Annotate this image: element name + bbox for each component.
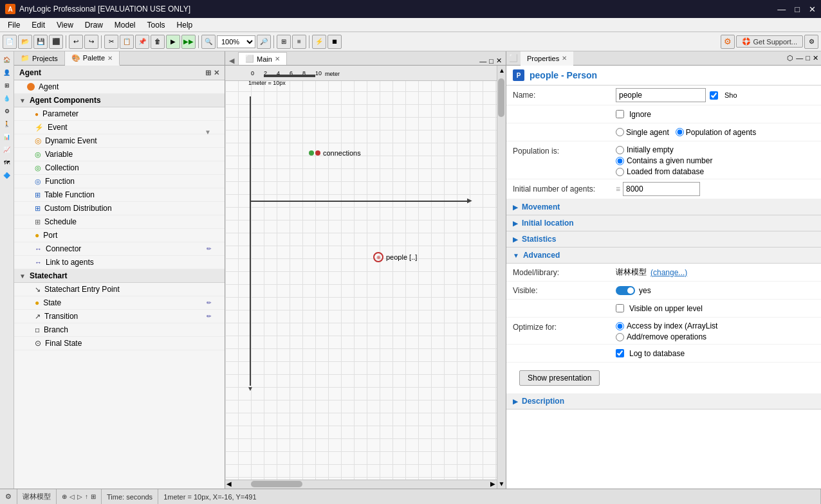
section-movement[interactable]: ▶ Movement [506, 199, 821, 215]
new-button[interactable]: 📄 [3, 35, 17, 49]
canvas-close-icon[interactable]: ✕ [496, 57, 502, 65]
section-initial-location[interactable]: ▶ Initial location [506, 215, 821, 231]
stop-button[interactable]: ⏹ [327, 35, 342, 49]
palette-item-final-state[interactable]: ⊙ Final State [14, 337, 225, 350]
population-radio[interactable] [676, 128, 684, 136]
zoom-out-button[interactable]: 🔎 [257, 35, 271, 49]
palette-item-entry-point[interactable]: ↘ Statechart Entry Point [14, 283, 225, 296]
palette-item-custom-dist[interactable]: ⊞ Custom Distribution [14, 202, 225, 215]
maximize-button[interactable]: □ [795, 4, 800, 14]
connector-edit-icon[interactable]: ✏ [207, 246, 212, 252]
canvas-body[interactable]: 0 2 4 6 8 10 meter 1meter = 10px co [225, 66, 506, 489]
scroll-left-button[interactable]: ◀ [225, 480, 233, 487]
palette-item-connector[interactable]: ↔ Connector ✏ [14, 242, 225, 256]
section-advanced[interactable]: ▼ Advanced [506, 248, 821, 264]
menu-model[interactable]: Model [109, 19, 141, 31]
canvas-nav-left[interactable]: ◀ [229, 57, 234, 65]
save-all-button[interactable]: ⬛ [49, 35, 63, 49]
palette-section-statechart[interactable]: ▼ Statechart [14, 269, 225, 283]
scroll-up-button[interactable]: ▲ [497, 66, 506, 75]
menu-edit[interactable]: Edit [26, 19, 50, 31]
initially-empty-radio[interactable] [616, 146, 624, 154]
paste-button[interactable]: 📌 [135, 35, 149, 49]
sidebar-icon-4[interactable]: 💧 [1, 93, 13, 104]
palette-section-agent-components[interactable]: ▼ Agent Components [14, 94, 225, 107]
show-name-checkbox[interactable] [710, 91, 718, 100]
sidebar-icon-7[interactable]: 📊 [1, 131, 13, 143]
sidebar-icon-8[interactable]: 📈 [1, 144, 13, 156]
props-max-icon[interactable]: □ [806, 54, 810, 62]
minimize-button[interactable]: — [777, 4, 786, 14]
tab-palette[interactable]: 🎨 Palette ✕ [65, 51, 120, 66]
status-nav-5[interactable]: ⊞ [91, 493, 96, 500]
given-number-radio[interactable] [616, 157, 624, 165]
props-close-icon[interactable]: ✕ [813, 54, 818, 62]
sidebar-icon-6[interactable]: 🚶 [1, 118, 13, 130]
palette-item-collection[interactable]: ◎ Collection [14, 161, 225, 175]
align-button[interactable]: ≡ [292, 35, 306, 49]
canvas-people-element[interactable]: ⊕ people [..] [373, 252, 417, 262]
palette-item-table-function[interactable]: ⊞ Table Function [14, 188, 225, 202]
palette-grid-icon[interactable]: ⊞ [205, 69, 211, 77]
palette-tab-close[interactable]: ✕ [107, 55, 113, 62]
scroll-thumb-vertical[interactable] [498, 78, 504, 117]
canvas-maximize-icon[interactable]: □ [489, 57, 494, 65]
grid-button[interactable]: ⊞ [277, 35, 291, 49]
canvas-connections-element[interactable]: connections [309, 149, 361, 157]
name-input[interactable] [616, 88, 706, 102]
palette-item-link-to-agents[interactable]: ↔ Link to agents [14, 256, 225, 269]
sidebar-icon-10[interactable]: 🔷 [1, 170, 13, 181]
get-support-button[interactable]: 🛟 Get Support... [736, 35, 803, 48]
sidebar-icon-3[interactable]: ⊞ [1, 80, 13, 91]
run2-button[interactable]: ⚡ [312, 35, 326, 49]
tab-projects[interactable]: 📁 Projects [14, 51, 65, 65]
cut-button[interactable]: ✂ [104, 35, 118, 49]
canvas-minimize-icon[interactable]: — [479, 57, 486, 65]
ignore-checkbox[interactable] [616, 110, 624, 118]
sidebar-icon-5[interactable]: ⚙ [1, 105, 13, 117]
palette-item-variable[interactable]: ◎ Variable [14, 148, 225, 161]
single-agent-radio[interactable] [616, 128, 624, 136]
status-nav-2[interactable]: ◁ [69, 493, 75, 500]
tab-properties[interactable]: Properties ✕ [521, 51, 573, 66]
scroll-thumb-horizontal[interactable] [251, 481, 302, 487]
palette-item-transition[interactable]: ↗ Transition ✏ [14, 310, 225, 323]
open-button[interactable]: 📂 [18, 35, 32, 49]
sidebar-icon-9[interactable]: 🗺 [1, 157, 13, 168]
status-nav-3[interactable]: ▷ [77, 493, 82, 500]
section-description[interactable]: ▶ Description [506, 393, 821, 410]
visible-toggle[interactable] [616, 286, 635, 295]
palette-item-branch[interactable]: ◇ Branch [14, 323, 225, 337]
help-icon[interactable]: ⚙ [721, 35, 735, 49]
palette-item-function[interactable]: ◎ Function [14, 175, 225, 188]
props-popup-icon[interactable]: ⬡ [787, 54, 793, 62]
delete-button[interactable]: 🗑 [151, 35, 165, 49]
scroll-right-button[interactable]: ▶ [489, 480, 497, 487]
copy-button[interactable]: 📋 [120, 35, 134, 49]
run-button[interactable]: ▶▶ [181, 35, 196, 49]
properties-tab-close[interactable]: ✕ [562, 55, 567, 62]
sidebar-icon-1[interactable]: 🏠 [1, 54, 13, 66]
loaded-db-radio[interactable] [616, 168, 624, 176]
menu-draw[interactable]: Draw [80, 19, 108, 31]
palette-item-dynamic-event[interactable]: ◎ Dynamic Event [14, 134, 225, 148]
palette-item-state[interactable]: ● State ✏ [14, 296, 225, 310]
opt-arraylist-radio[interactable] [616, 322, 624, 330]
zoom-select[interactable]: 100% 75% 150% [217, 35, 255, 48]
main-tab-close[interactable]: ✕ [275, 55, 280, 62]
menu-file[interactable]: File [3, 19, 25, 31]
initial-agents-input[interactable] [623, 182, 700, 196]
sidebar-icon-2[interactable]: 👤 [1, 67, 13, 78]
menu-view[interactable]: View [51, 19, 78, 31]
save-button[interactable]: 💾 [33, 35, 48, 49]
state-edit-icon[interactable]: ✏ [207, 300, 212, 306]
palette-close-icon[interactable]: ✕ [214, 69, 219, 77]
change-link[interactable]: (change...) [650, 268, 687, 277]
opt-addremove-radio[interactable] [616, 333, 624, 341]
log-db-checkbox[interactable] [616, 349, 624, 357]
palette-item-parameter[interactable]: ● Parameter [14, 107, 225, 121]
scroll-down-button[interactable]: ▼ [497, 480, 506, 487]
redo-button[interactable]: ↪ [84, 35, 98, 49]
zoom-in-button[interactable]: 🔍 [201, 35, 216, 49]
palette-item-event[interactable]: ⚡ Event [14, 121, 225, 134]
